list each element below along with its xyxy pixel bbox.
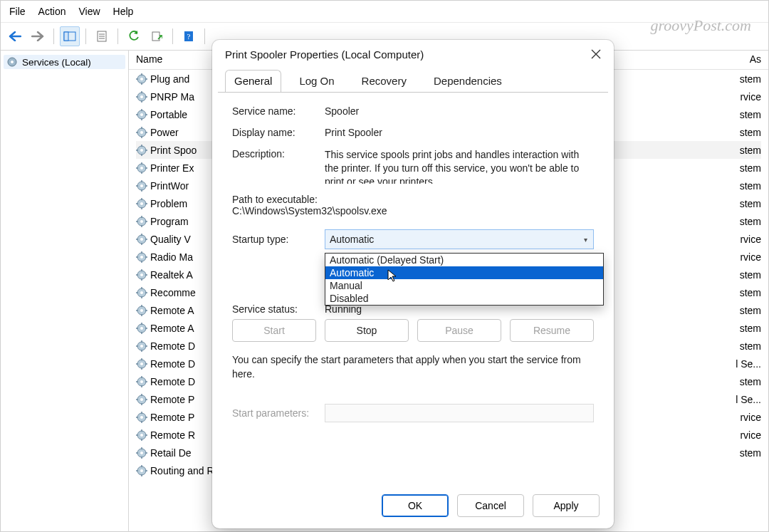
service-name: Program bbox=[150, 216, 189, 227]
close-icon bbox=[591, 49, 601, 59]
dropdown-option-manual[interactable]: Manual bbox=[325, 279, 603, 292]
dropdown-option-automatic[interactable]: Automatic bbox=[325, 266, 603, 279]
service-right-fragment: stem bbox=[740, 73, 761, 85]
service-name: Printer Ex bbox=[150, 162, 194, 174]
show-hide-tree-button[interactable] bbox=[60, 26, 80, 46]
gear-icon bbox=[136, 162, 147, 174]
pause-button[interactable]: Pause bbox=[417, 319, 501, 342]
service-right-fragment: stem bbox=[740, 162, 761, 174]
svg-point-138 bbox=[140, 452, 143, 454]
tab-general[interactable]: General bbox=[225, 70, 281, 93]
svg-point-96 bbox=[140, 327, 143, 330]
service-right-fragment: stem bbox=[740, 323, 761, 334]
value-description: This service spools print jobs and handl… bbox=[325, 148, 594, 184]
menu-action[interactable]: Action bbox=[38, 6, 66, 17]
service-name: Remote D bbox=[150, 340, 195, 352]
back-button[interactable] bbox=[5, 26, 25, 46]
gear-icon bbox=[136, 287, 147, 298]
service-name: Print Spoo bbox=[150, 145, 197, 156]
dropdown-option-delayed[interactable]: Automatic (Delayed Start) bbox=[325, 254, 603, 266]
service-right-fragment: l Se... bbox=[736, 394, 761, 405]
svg-point-60 bbox=[140, 220, 143, 223]
dropdown-option-disabled[interactable]: Disabled bbox=[325, 292, 603, 305]
gear-icon bbox=[136, 429, 147, 441]
service-name: Problem bbox=[150, 198, 187, 209]
svg-point-126 bbox=[140, 416, 143, 419]
svg-point-72 bbox=[140, 256, 143, 259]
svg-text:?: ? bbox=[187, 32, 191, 41]
gear-icon bbox=[136, 394, 147, 405]
service-right-fragment: stem bbox=[740, 287, 761, 298]
gear-icon bbox=[6, 56, 18, 68]
help-button[interactable]: ? bbox=[179, 26, 199, 46]
tab-dependencies[interactable]: Dependencies bbox=[424, 70, 511, 93]
service-right-fragment: stem bbox=[740, 305, 761, 316]
gear-icon bbox=[136, 358, 147, 370]
service-name: Radio Ma bbox=[150, 251, 193, 263]
menu-file[interactable]: File bbox=[9, 6, 26, 17]
apply-button[interactable]: Apply bbox=[533, 494, 600, 517]
service-right-fragment: stem bbox=[740, 198, 761, 209]
gear-icon bbox=[136, 376, 147, 387]
stop-button[interactable]: Stop bbox=[325, 319, 409, 342]
service-right-fragment: rvice bbox=[740, 412, 761, 423]
console-tree: Services (Local) bbox=[1, 51, 129, 532]
tab-recovery[interactable]: Recovery bbox=[352, 70, 416, 93]
svg-point-108 bbox=[140, 363, 143, 365]
service-name: Portable bbox=[150, 109, 187, 120]
dialog-tabs: General Log On Recovery Dependencies bbox=[218, 70, 608, 93]
gear-icon bbox=[136, 127, 147, 138]
service-right-fragment: stem bbox=[740, 340, 761, 352]
toolbar-separator bbox=[204, 28, 205, 44]
export-button[interactable] bbox=[147, 26, 167, 46]
service-name: Remote P bbox=[150, 394, 194, 405]
close-button[interactable] bbox=[584, 44, 608, 64]
tab-log-on[interactable]: Log On bbox=[290, 70, 343, 93]
label-display-name: Display name: bbox=[232, 127, 325, 138]
start-params-input[interactable] bbox=[325, 404, 594, 422]
service-name: Remote R bbox=[150, 429, 195, 441]
menu-help[interactable]: Help bbox=[113, 6, 134, 17]
refresh-button[interactable] bbox=[124, 26, 144, 46]
service-name: Remote D bbox=[150, 376, 195, 387]
gear-icon bbox=[136, 234, 147, 245]
service-right-fragment: stem bbox=[740, 127, 761, 138]
properties-button[interactable] bbox=[92, 26, 112, 46]
service-name: Remote P bbox=[150, 412, 194, 423]
menu-view[interactable]: View bbox=[78, 6, 100, 17]
svg-point-42 bbox=[140, 167, 143, 169]
chevron-down-icon: ▾ bbox=[584, 236, 587, 244]
svg-point-132 bbox=[140, 434, 143, 437]
properties-dialog: Print Spooler Properties (Local Computer… bbox=[212, 40, 614, 528]
gear-icon bbox=[136, 323, 147, 334]
tree-item-services-local[interactable]: Services (Local) bbox=[4, 55, 125, 69]
gear-icon bbox=[136, 465, 147, 476]
start-button[interactable]: Start bbox=[232, 319, 316, 342]
svg-point-30 bbox=[140, 131, 143, 134]
dialog-title: Print Spooler Properties (Local Computer… bbox=[225, 48, 424, 61]
startup-type-select[interactable]: Automatic ▾ bbox=[325, 229, 594, 249]
svg-point-114 bbox=[140, 380, 143, 383]
value-path: C:\Windows\System32\spoolsv.exe bbox=[232, 205, 594, 217]
gear-icon bbox=[136, 269, 147, 281]
service-right-fragment: stem bbox=[740, 269, 761, 281]
svg-point-144 bbox=[140, 469, 143, 472]
forward-button[interactable] bbox=[28, 26, 48, 46]
dialog-titlebar[interactable]: Print Spooler Properties (Local Computer… bbox=[212, 40, 614, 67]
service-name: Realtek A bbox=[150, 269, 193, 281]
service-name: Quality V bbox=[150, 234, 191, 245]
ok-button[interactable]: OK bbox=[382, 494, 449, 517]
service-right-fragment: stem bbox=[740, 376, 761, 387]
resume-button[interactable]: Resume bbox=[510, 319, 594, 342]
gear-icon bbox=[136, 340, 147, 352]
svg-point-120 bbox=[140, 398, 143, 401]
svg-point-36 bbox=[140, 149, 143, 152]
gear-icon bbox=[136, 216, 147, 227]
service-right-fragment: l Se... bbox=[736, 358, 761, 370]
cancel-button[interactable]: Cancel bbox=[457, 494, 524, 517]
svg-point-48 bbox=[140, 184, 143, 187]
gear-icon bbox=[136, 180, 147, 192]
svg-point-10 bbox=[11, 61, 14, 63]
value-display-name: Print Spooler bbox=[325, 127, 594, 138]
label-start-params: Start parameters: bbox=[232, 407, 325, 419]
